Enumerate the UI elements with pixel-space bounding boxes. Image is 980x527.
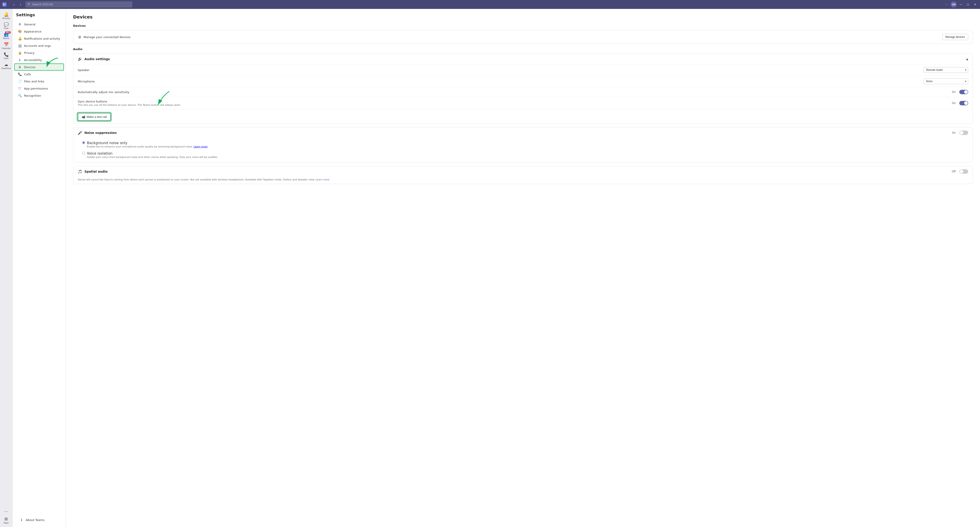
search-bar[interactable]: 🔍 Search (Ctrl+E) [25,2,132,8]
sidebar-item-about[interactable]: ℹ About Teams [16,516,62,524]
connected-devices-row: 🖥 Manage your connected devices Manage d… [78,34,968,40]
auto-adjust-toggle-group: On [952,90,968,94]
speaker-info: Speaker [78,68,924,72]
sidebar-item-appearance[interactable]: 🎨 Appearance [14,28,64,35]
sidebar-item-calls[interactable]: 📞 Calls [14,71,64,78]
sidebar-item-privacy[interactable]: 🔒 Privacy [14,49,64,56]
accounts-icon: 🏢 [18,44,22,48]
test-call-icon: 📹 [82,115,85,118]
voice-isolation-radio[interactable] [82,152,85,154]
microphone-select[interactable]: None Default - Microphone [924,78,968,84]
noise-state: On [952,131,956,134]
spatial-toggle[interactable] [959,169,968,174]
sidebar-item-calendar[interactable]: 📅 Calendar [0,41,12,51]
notifications-icon: 🔔 [18,37,22,40]
sync-buttons-state: On [952,102,956,105]
sidebar-item-notifications[interactable]: 🔔 Notifications and activity [14,35,64,42]
sync-buttons-info: Sync device buttons This lets you use al… [78,100,952,107]
sidebar-item-fileslinks[interactable]: 📄 Files and links [14,78,64,85]
speaker-row: Speaker Remote Audio Default - Speakers … [73,64,973,75]
audio-section-label: Audio [73,48,973,51]
test-call-row: 📹 Make a test call [73,109,973,123]
sidebar-item-general[interactable]: ⚙ General [14,21,64,28]
sync-buttons-desc: This lets you use all the buttons on you… [78,103,952,107]
spatial-icon: 🎵 [78,169,82,174]
connected-devices-card: 🖥 Manage your connected devices Manage d… [73,30,973,44]
nav-buttons: ‹ › [9,2,25,8]
sidebar-item-apps[interactable]: ⊞ Apps [0,515,12,525]
spatial-state: Off [952,170,956,173]
page-title: Devices [73,14,973,20]
chat-label: Chat [4,27,8,29]
spatial-toggle-group: Off [952,169,968,174]
forward-button[interactable]: › [18,2,24,8]
privacy-label: Privacy [24,51,35,54]
sidebar-item-accounts[interactable]: 🏢 Accounts and orgs [14,42,64,49]
sidebar-item-teams[interactable]: 👥 Teams 883 [0,31,12,41]
recognition-label: Recognition [24,94,41,97]
devices-icon: 🖥 [18,65,22,69]
sidebar-item-apppermissions[interactable]: 🛡 App permissions [14,85,64,92]
audio-settings-header[interactable]: 🔊 Audio settings ▲ [73,54,973,64]
background-noise-option: Background noise only Enable this to enh… [78,140,968,149]
recognition-icon: 🔍 [18,94,22,97]
background-noise-text: Background noise only Enable this to enh… [87,141,208,148]
speaker-select[interactable]: Remote Audio Default - Speakers Headphon… [924,67,968,73]
title-bar: T ‹ › 🔍 Search (Ctrl+E) ··· GR — ◻ ✕ [0,0,980,9]
spatial-audio-header[interactable]: 🎵 Spatial audio Off [73,166,973,177]
close-button[interactable]: ✕ [972,2,978,8]
settings-sidebar: Settings ⚙ General 🎨 Appearance 🔔 Notifi… [13,9,66,527]
about-icon: ℹ [20,518,24,522]
auto-adjust-row: Automatically adjust mic sensitivity On [73,87,973,97]
appearance-icon: 🎨 [18,30,22,33]
background-noise-radio[interactable] [82,141,85,144]
noise-toggle[interactable] [959,131,968,135]
more-icon: ··· [4,509,8,514]
make-test-call-button[interactable]: 📹 Make a test call [78,113,111,121]
spatial-header-left: 🎵 Spatial audio [78,169,108,174]
sidebar-item-calls[interactable]: 📞 Calls [0,51,12,61]
sync-buttons-label: Sync device buttons [78,100,952,103]
calendar-label: Calendar [2,47,11,49]
background-noise-learn-more[interactable]: Learn more [194,145,208,148]
teams-badge: 883 [5,31,11,33]
sidebar-item-more[interactable]: ··· [0,508,12,515]
more-options-button[interactable]: ··· [943,2,950,8]
auto-adjust-toggle[interactable] [959,90,968,94]
audio-settings-card: 🔊 Audio settings ▲ Speaker Remote Audio … [73,53,973,124]
accounts-label: Accounts and orgs [24,44,51,48]
sidebar-item-devices[interactable]: 🖥 Devices [14,64,64,71]
apps-icon: ⊞ [5,516,8,521]
connected-devices-text: Manage your connected devices [84,35,130,39]
calls-settings-icon: 📞 [18,72,22,76]
monitor-icon: 🖥 [78,35,81,39]
restore-button[interactable]: ◻ [965,2,971,8]
noise-icon: 🎤 [78,131,82,135]
teams-label: Teams [3,37,9,40]
sidebar-item-chat[interactable]: 💬 Chat [0,21,12,31]
sidebar-item-recognition[interactable]: 🔍 Recognition [14,92,64,99]
voice-isolation-title: Voice isolation [87,151,218,156]
title-bar-right: ··· GR — ◻ ✕ [943,2,980,8]
search-icon: 🔍 [28,3,31,6]
sidebar-item-accessibility[interactable]: ♿ Accessibility [14,56,64,64]
microphone-info: Microphone [78,80,924,83]
manage-devices-button[interactable]: Manage devices [942,34,968,40]
sync-buttons-toggle[interactable] [959,101,968,105]
noise-suppression-header[interactable]: 🎤 Noise suppression On [73,127,973,138]
minimize-button[interactable]: — [958,2,964,8]
spatial-desc: Voices will sound like they're coming fr… [78,178,968,181]
activity-icon: 🔔 [4,12,9,17]
noise-suppression-card: 🎤 Noise suppression On Background noise … [73,127,973,162]
calls-icon: 📞 [4,52,9,57]
audio-settings-icon: 🔊 [78,57,82,61]
spatial-learn-more[interactable]: Learn more [316,178,329,181]
sidebar-item-activity[interactable]: 🔔 Activity [0,11,12,21]
avatar-button[interactable]: GR [951,2,957,8]
accessibility-label: Accessibility [24,58,42,62]
notifications-label: Notifications and activity [24,37,60,40]
sidebar-item-onedrive[interactable]: ☁ OneDrive [0,61,12,71]
back-button[interactable]: ‹ [11,2,17,8]
app-rail: 🔔 Activity 💬 Chat 👥 Teams 883 📅 Calendar… [0,9,13,527]
noise-header-left: 🎤 Noise suppression [78,131,117,135]
